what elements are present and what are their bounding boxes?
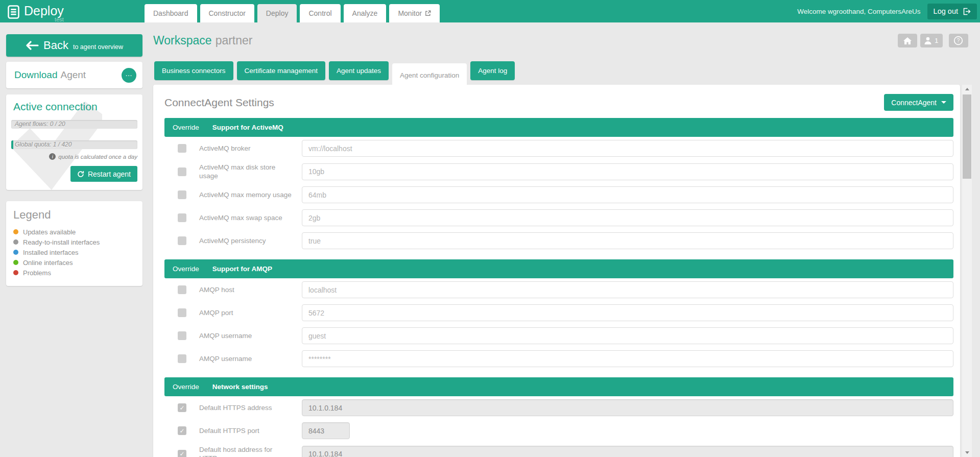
tab-analyze[interactable]: Analyze [344, 4, 387, 22]
agent-configuration-panel: ConnectAgent Settings ConnectAgent Overr… [153, 85, 960, 457]
global-quota-label: Global quota: 1 / 420 [15, 141, 71, 148]
legend-list: Updates available Ready-to-install inter… [13, 227, 135, 278]
tab-monitor[interactable]: Monitor [389, 4, 440, 22]
form-row: ActiveMQ max memory usage [164, 183, 953, 206]
form-row: Default HTTPS port [164, 419, 953, 442]
online-interfaces-dot [13, 260, 18, 265]
form-row: Default host address for HTTP [164, 442, 953, 457]
connectagent-dropdown[interactable]: ConnectAgent [884, 94, 953, 111]
setting-label: Default HTTPS address [199, 403, 292, 412]
setting-input[interactable] [302, 422, 350, 439]
form-row: AMQP port [164, 301, 953, 324]
override-checkbox[interactable] [178, 213, 186, 222]
setting-label: ActiveMQ persistency [199, 236, 292, 245]
legend-item: Problems [13, 268, 135, 278]
agent-flows-progressbar: Agent flows: 0 / 20 [11, 120, 137, 129]
override-checkbox[interactable] [178, 426, 186, 435]
setting-input[interactable] [302, 163, 953, 180]
tab-dashboard[interactable]: Dashboard [145, 4, 197, 22]
setting-label: Default host address for HTTP [199, 445, 292, 457]
subtab-agent-configuration[interactable]: Agent configuration [392, 63, 467, 87]
workspace-subtabs: Business connectors Certificate manageme… [154, 61, 515, 87]
restart-agent-button[interactable]: Restart agent [70, 166, 137, 182]
download-options-button[interactable]: … [122, 68, 136, 83]
help-button[interactable]: ? [949, 34, 968, 47]
form-row: ActiveMQ persistency [164, 229, 953, 252]
logout-button[interactable]: Log out [927, 4, 977, 19]
section-header-activemq: Override Support for ActiveMQ [164, 118, 953, 137]
installed-interfaces-dot [13, 250, 18, 255]
override-checkbox[interactable] [178, 285, 186, 294]
scroll-down-button[interactable] [962, 448, 972, 457]
setting-input[interactable] [302, 304, 953, 321]
section-header-network: Override Network settings [164, 377, 953, 396]
override-checkbox[interactable] [178, 354, 186, 363]
form-row: ActiveMQ max disk store usage [164, 160, 953, 183]
form-row: ActiveMQ max swap space [164, 206, 953, 229]
top-navbar: Deploy test Dashboard Constructor Deploy… [0, 0, 980, 22]
setting-label: AMQP username [199, 354, 292, 363]
ready-to-install-dot [13, 239, 18, 245]
arrow-up-icon [965, 88, 969, 90]
override-checkbox[interactable] [178, 167, 186, 176]
download-agent-link[interactable]: Download [14, 69, 58, 81]
subtab-agent-updates[interactable]: Agent updates [329, 61, 389, 80]
vertical-scrollbar[interactable] [962, 85, 972, 457]
app-window: Deploy test Dashboard Constructor Deploy… [0, 0, 980, 457]
scrollbar-thumb[interactable] [963, 94, 971, 179]
override-checkbox[interactable] [178, 403, 186, 412]
home-button[interactable] [898, 34, 917, 47]
setting-input[interactable] [302, 350, 953, 367]
legend-item: Online interfaces [13, 257, 135, 268]
legend-item: Ready-to-install interfaces [13, 237, 135, 247]
override-checkbox[interactable] [178, 308, 186, 317]
setting-label: ActiveMQ max disk store usage [199, 163, 292, 180]
problems-dot [13, 270, 18, 275]
setting-label: AMQP host [199, 285, 292, 294]
navbar-right: Welcome wgroothand, ComputersAreUs Log o… [797, 0, 977, 22]
tab-constructor[interactable]: Constructor [200, 4, 254, 22]
form-row: ActiveMQ broker [164, 137, 953, 160]
subtab-agent-log[interactable]: Agent log [470, 61, 515, 80]
legend-item: Updates available [13, 227, 135, 237]
refresh-icon [77, 171, 84, 178]
page-title: Workspacepartner [153, 34, 253, 47]
override-checkbox[interactable] [178, 450, 186, 457]
setting-input[interactable] [302, 281, 953, 298]
setting-label: AMQP port [199, 308, 292, 317]
setting-input[interactable] [302, 209, 953, 226]
legend-card: Legend Updates available Ready-to-instal… [6, 201, 142, 286]
main-nav-tabs: Dashboard Constructor Deploy Control Ana… [145, 4, 440, 22]
override-checkbox[interactable] [178, 331, 186, 340]
active-connection-card: Active connection Agent flows: 0 / 20 Gl… [6, 94, 142, 190]
chevron-down-icon [941, 101, 946, 104]
back-to-overview-button[interactable]: Back to agent overview [6, 34, 142, 57]
arrow-down-icon [965, 451, 969, 454]
external-link-icon [425, 10, 431, 16]
users-button[interactable]: 1 [920, 34, 943, 47]
setting-input[interactable] [302, 446, 953, 457]
subtab-business-connectors[interactable]: Business connectors [154, 61, 233, 80]
setting-input[interactable] [302, 327, 953, 344]
setting-input[interactable] [302, 232, 953, 249]
setting-input[interactable] [302, 186, 953, 203]
agent-flows-label: Agent flows: 0 / 20 [15, 121, 65, 128]
setting-label: Default HTTPS port [199, 426, 292, 435]
sidebar: Back to agent overview Download Agent … … [6, 34, 142, 286]
user-count-badge: 1 [935, 37, 939, 44]
scroll-up-button[interactable] [962, 85, 972, 93]
setting-input[interactable] [302, 140, 953, 157]
form-row: AMQP host [164, 278, 953, 301]
updates-available-dot [13, 229, 18, 234]
override-checkbox[interactable] [178, 144, 186, 153]
form-row: Default HTTPS address [164, 396, 953, 419]
form-row: AMQP username [164, 324, 953, 347]
override-column-label: Override [173, 265, 199, 273]
override-checkbox[interactable] [178, 236, 186, 245]
tab-deploy[interactable]: Deploy [257, 4, 297, 22]
override-checkbox[interactable] [178, 190, 186, 199]
tab-control[interactable]: Control [300, 4, 340, 22]
quota-note: i quota is calculated once a day [11, 153, 137, 160]
setting-input[interactable] [302, 399, 953, 416]
subtab-certificate-management[interactable]: Certificate management [237, 61, 325, 80]
